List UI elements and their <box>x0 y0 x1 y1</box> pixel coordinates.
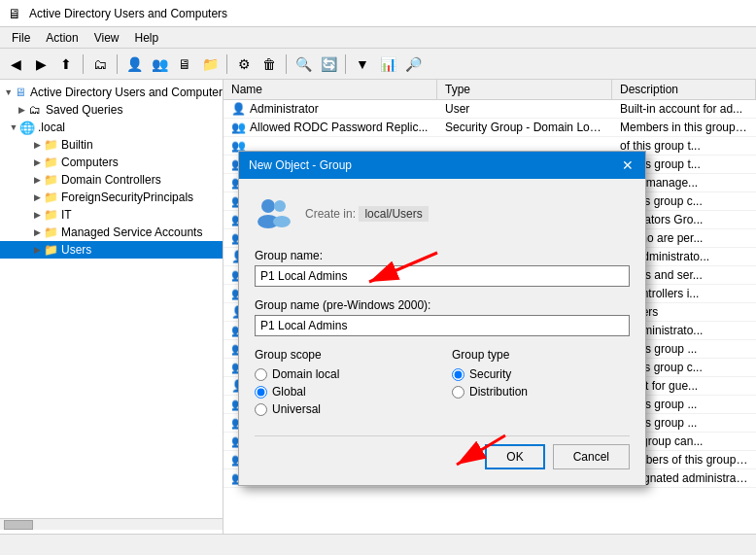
tree-dc[interactable]: ▶ 📁 Domain Controllers <box>0 171 223 189</box>
it-icon: 📁 <box>43 207 58 223</box>
type-security-radio[interactable] <box>452 368 464 381</box>
row0-icon: 👤 <box>231 102 246 116</box>
tree-hscroll-thumb[interactable] <box>4 520 33 530</box>
group-name-input[interactable] <box>255 265 630 287</box>
menu-file[interactable]: File <box>4 29 38 47</box>
fsp-label: ForeignSecurityPrincipals <box>61 191 193 204</box>
properties-button[interactable]: ⚙ <box>232 52 256 76</box>
search-button[interactable]: 🔎 <box>401 52 425 76</box>
expand-users-icon: ▶ <box>31 245 43 255</box>
col-header-type[interactable]: Type <box>437 80 612 99</box>
svg-point-2 <box>274 200 286 212</box>
expand-domain-icon: ▼ <box>8 122 19 132</box>
type-distribution[interactable]: Distribution <box>452 385 630 399</box>
dialog-close-button[interactable]: ✕ <box>620 157 636 173</box>
menu-help[interactable]: Help <box>127 29 167 47</box>
scope-type-row: Group scope Domain local Global Universa… <box>255 348 630 420</box>
computers-icon: 📁 <box>43 155 58 170</box>
dialog-group-icon <box>255 194 293 233</box>
row1-icon: 👥 <box>231 121 246 134</box>
group-type-label: Group type <box>452 348 630 362</box>
domain-label: .local <box>38 121 65 134</box>
root-icon: 🖥 <box>14 85 27 100</box>
type-distribution-radio[interactable] <box>452 386 464 399</box>
scope-domain-local[interactable]: Domain local <box>255 367 432 381</box>
row1-desc: Members in this group c... <box>612 119 756 136</box>
create-user-button[interactable]: 👤 <box>122 52 146 76</box>
sep3 <box>226 54 227 74</box>
scope-global-radio[interactable] <box>255 386 267 399</box>
expand-builtin-icon: ▶ <box>31 140 43 150</box>
forward-button[interactable]: ▶ <box>29 52 52 76</box>
refresh-button[interactable]: 🔄 <box>317 52 340 76</box>
computers-label: Computers <box>61 156 119 169</box>
back-button[interactable]: ◀ <box>4 52 27 76</box>
msa-label: Managed Service Accounts <box>61 225 202 239</box>
col-header-desc[interactable]: Description <box>612 80 756 99</box>
builtin-label: Builtin <box>61 138 93 152</box>
sep5 <box>345 54 346 74</box>
tree-hscrollbar[interactable] <box>0 518 223 530</box>
create-computer-button[interactable]: 🖥 <box>173 52 196 76</box>
type-security[interactable]: Security <box>452 367 630 381</box>
sep1 <box>83 54 84 74</box>
view-options-button[interactable]: 📊 <box>376 52 399 76</box>
menu-view[interactable]: View <box>86 29 127 47</box>
expand-msa-icon: ▶ <box>31 227 43 237</box>
app-icon: 🖥 <box>8 6 21 21</box>
menu-action[interactable]: Action <box>38 29 86 47</box>
ok-button[interactable]: OK <box>485 444 544 469</box>
users-icon: 📁 <box>43 242 58 258</box>
group-name-pre2000-label: Group name (pre-Windows 2000): <box>255 298 630 312</box>
tree-root[interactable]: ▼ 🖥 Active Directory Users and Computer <box>0 84 223 101</box>
group-name-field-group: Group name: <box>255 249 630 287</box>
dc-label: Domain Controllers <box>61 173 161 187</box>
saved-queries-icon: 🗂 <box>27 102 43 118</box>
cancel-button[interactable]: Cancel <box>553 444 630 469</box>
list-item[interactable]: 👥 Allowed RODC Password Replic... Securi… <box>223 119 756 137</box>
create-ou-button[interactable]: 📁 <box>198 52 222 76</box>
tree-msa[interactable]: ▶ 📁 Managed Service Accounts <box>0 224 223 241</box>
tree-users[interactable]: ▶ 📁 Users <box>0 241 223 259</box>
menu-bar: File Action View Help <box>0 27 756 49</box>
find-button[interactable]: 🔍 <box>292 52 315 76</box>
scope-universal[interactable]: Universal <box>255 402 432 416</box>
delete-button[interactable]: 🗑 <box>258 52 281 76</box>
tree-it[interactable]: ▶ 📁 IT <box>0 206 223 224</box>
col-header-name[interactable]: Name <box>223 80 437 99</box>
users-label: Users <box>61 243 91 257</box>
svg-point-0 <box>261 199 275 213</box>
tree-saved-queries[interactable]: ▶ 🗂 Saved Queries <box>0 101 223 119</box>
tree-domain[interactable]: ▼ 🌐 .local <box>0 119 223 136</box>
dialog-titlebar: New Object - Group ✕ <box>239 152 645 179</box>
create-in-value: local/Users <box>359 206 428 222</box>
scope-global[interactable]: Global <box>255 385 432 399</box>
group-name-pre2000-input[interactable] <box>255 315 630 336</box>
expand-fsp-icon: ▶ <box>31 192 43 202</box>
up-button[interactable]: ⬆ <box>54 52 78 76</box>
row0-desc: Built-in account for ad... <box>612 100 756 118</box>
tree-computers[interactable]: ▶ 📁 Computers <box>0 154 223 171</box>
tree-builtin[interactable]: ▶ 📁 Builtin <box>0 136 223 154</box>
expand-dc-icon: ▶ <box>31 175 43 185</box>
group-name-label: Group name: <box>255 249 630 262</box>
builtin-icon: 📁 <box>43 137 58 153</box>
expand-sq-icon: ▶ <box>16 105 27 115</box>
show-hide-button[interactable]: 🗂 <box>88 52 112 76</box>
domain-icon: 🌐 <box>19 120 35 135</box>
scope-domain-local-radio[interactable] <box>255 368 267 381</box>
create-group-button[interactable]: 👥 <box>148 52 171 76</box>
scope-universal-radio[interactable] <box>255 403 267 416</box>
list-item[interactable]: 👤 Administrator User Built-in account fo… <box>223 100 756 119</box>
filter-button[interactable]: ▼ <box>351 52 374 76</box>
create-in-label: Create in: <box>305 207 356 221</box>
expand-computers-icon: ▶ <box>31 157 43 167</box>
group-scope-label: Group scope <box>255 348 432 362</box>
group-scope-section: Group scope Domain local Global Universa… <box>255 348 432 420</box>
row1-name: Allowed RODC Password Replic... <box>250 121 428 134</box>
tree-fsp[interactable]: ▶ 📁 ForeignSecurityPrincipals <box>0 189 223 206</box>
saved-queries-label: Saved Queries <box>46 103 122 117</box>
tree-panel: ▼ 🖥 Active Directory Users and Computer … <box>0 80 223 534</box>
dialog-header-row: Create in: local/Users <box>255 194 630 233</box>
root-label: Active Directory Users and Computer <box>30 86 223 99</box>
